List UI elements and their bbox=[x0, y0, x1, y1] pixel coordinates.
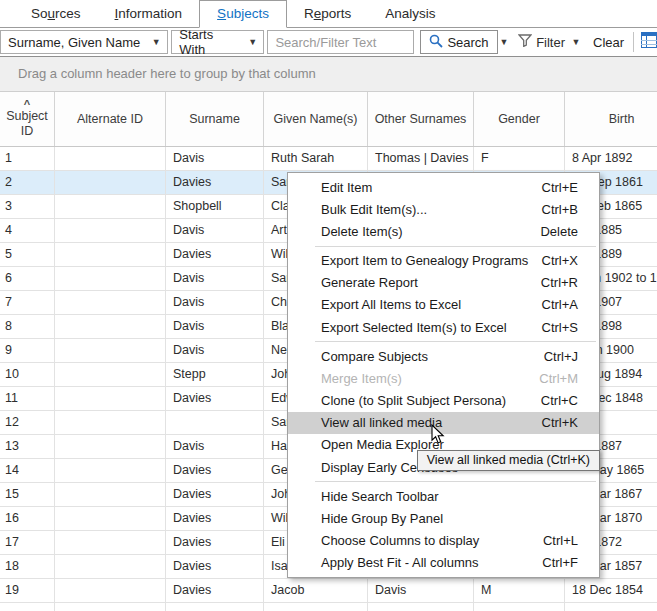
table-cell[interactable]: Davies bbox=[166, 555, 264, 578]
table-cell[interactable] bbox=[55, 195, 166, 218]
column-header-given-name-s-[interactable]: Given Name(s) bbox=[264, 92, 368, 146]
filter-button[interactable]: Filter ▼ bbox=[518, 34, 583, 50]
table-cell[interactable]: Davies bbox=[166, 243, 264, 266]
table-cell[interactable] bbox=[55, 387, 166, 410]
menu-item-hide-search-toolbar[interactable]: Hide Search Toolbar bbox=[288, 485, 599, 507]
table-cell[interactable] bbox=[55, 147, 166, 170]
table-cell[interactable]: 6 bbox=[0, 267, 55, 290]
table-cell[interactable]: Davies bbox=[166, 171, 264, 194]
table-cell[interactable]: Thomas | Davies bbox=[368, 147, 474, 170]
column-header-subject-id[interactable]: ^Subject ID bbox=[0, 92, 55, 146]
table-cell[interactable] bbox=[55, 339, 166, 362]
table-cell[interactable] bbox=[55, 603, 166, 611]
search-button[interactable]: Search bbox=[420, 30, 497, 54]
table-cell[interactable]: Davis bbox=[166, 339, 264, 362]
table-cell[interactable]: Davies bbox=[166, 507, 264, 530]
table-cell[interactable] bbox=[55, 435, 166, 458]
table-cell[interactable]: F bbox=[474, 147, 565, 170]
table-cell[interactable] bbox=[0, 603, 55, 611]
search-dropdown-arrow[interactable]: ▼ bbox=[498, 37, 511, 47]
table-cell[interactable] bbox=[368, 603, 474, 611]
tab-information[interactable]: Information bbox=[98, 1, 200, 27]
menu-item-apply-best-fit-all-columns[interactable]: Apply Best Fit - All columnsCtrl+F bbox=[288, 552, 599, 574]
menu-item-generate-report[interactable]: Generate ReportCtrl+R bbox=[288, 272, 599, 294]
table-cell[interactable] bbox=[55, 363, 166, 386]
table-cell[interactable]: 9 bbox=[0, 339, 55, 362]
table-cell[interactable]: 12 bbox=[0, 411, 55, 434]
table-cell[interactable]: Davies bbox=[166, 459, 264, 482]
table-cell[interactable]: M bbox=[474, 579, 565, 602]
tab-subjects[interactable]: Subjects bbox=[199, 0, 287, 28]
menu-item-delete-item-s[interactable]: Delete Item(s)Delete bbox=[288, 220, 599, 242]
table-cell[interactable] bbox=[55, 411, 166, 434]
menu-item-export-all-items-to-excel[interactable]: Export All Items to ExcelCtrl+A bbox=[288, 294, 599, 316]
table-cell[interactable]: 18 Dec 1854 bbox=[565, 579, 657, 602]
menu-item-export-item-to-genealogy-programs[interactable]: Export Item to Genealogy ProgramsCtrl+X bbox=[288, 250, 599, 272]
table-cell[interactable] bbox=[264, 603, 368, 611]
match-type-combobox[interactable]: Starts With ▼ bbox=[171, 30, 264, 54]
table-cell[interactable]: 10 bbox=[0, 363, 55, 386]
table-cell[interactable]: 7 bbox=[0, 291, 55, 314]
table-cell[interactable]: 5 bbox=[0, 243, 55, 266]
column-header-gender[interactable]: Gender bbox=[474, 92, 565, 146]
table-cell[interactable] bbox=[55, 315, 166, 338]
table-cell[interactable]: 13 bbox=[0, 435, 55, 458]
table-cell[interactable]: Shopbell bbox=[166, 195, 264, 218]
table-cell[interactable]: Davies bbox=[166, 483, 264, 506]
choose-columns-icon[interactable] bbox=[641, 32, 657, 52]
table-cell[interactable]: 15 bbox=[0, 483, 55, 506]
tab-analysis[interactable]: Analysis bbox=[368, 1, 452, 27]
table-cell[interactable]: 4 bbox=[0, 219, 55, 242]
table-row[interactable]: 1DavisRuth SarahThomas | DaviesF8 Apr 18… bbox=[0, 147, 657, 171]
table-cell[interactable]: Stepp bbox=[166, 363, 264, 386]
search-field-combobox[interactable]: Surname, Given Name ▼ bbox=[0, 30, 168, 54]
table-cell[interactable] bbox=[474, 603, 565, 611]
table-cell[interactable] bbox=[55, 243, 166, 266]
table-cell[interactable]: 8 bbox=[0, 315, 55, 338]
tab-sources[interactable]: Sources bbox=[14, 1, 98, 27]
column-header-birth[interactable]: Birth bbox=[565, 92, 657, 146]
table-cell[interactable]: Davis bbox=[166, 147, 264, 170]
table-cell[interactable] bbox=[55, 219, 166, 242]
table-cell[interactable] bbox=[166, 411, 264, 434]
table-cell[interactable]: Davies bbox=[166, 531, 264, 554]
table-cell[interactable]: Davies bbox=[166, 387, 264, 410]
menu-item-choose-columns-to-display[interactable]: Choose Columns to displayCtrl+L bbox=[288, 530, 599, 552]
table-cell[interactable]: 14 bbox=[0, 459, 55, 482]
table-cell[interactable]: Davis bbox=[166, 435, 264, 458]
table-cell[interactable]: 11 bbox=[0, 387, 55, 410]
table-cell[interactable] bbox=[55, 507, 166, 530]
table-row[interactable] bbox=[0, 603, 657, 611]
column-header-alternate-id[interactable]: Alternate ID bbox=[55, 92, 166, 146]
table-cell[interactable]: 17 bbox=[0, 531, 55, 554]
tab-reports[interactable]: Reports bbox=[287, 1, 368, 27]
table-cell[interactable] bbox=[55, 483, 166, 506]
table-cell[interactable]: Davis bbox=[166, 267, 264, 290]
table-cell[interactable]: Ruth Sarah bbox=[264, 147, 368, 170]
chevron-down-icon[interactable]: ▼ bbox=[242, 37, 264, 47]
table-cell[interactable]: Davis bbox=[166, 219, 264, 242]
column-header-surname[interactable]: Surname bbox=[166, 92, 264, 146]
table-cell[interactable] bbox=[55, 291, 166, 314]
table-cell[interactable] bbox=[55, 171, 166, 194]
table-cell[interactable]: Davis bbox=[368, 579, 474, 602]
table-cell[interactable]: 19 bbox=[0, 579, 55, 602]
filter-dropdown-arrow[interactable]: ▼ bbox=[569, 37, 583, 47]
menu-item-edit-item[interactable]: Edit ItemCtrl+E bbox=[288, 176, 599, 198]
search-input[interactable] bbox=[267, 30, 414, 54]
table-cell[interactable]: 1 bbox=[0, 147, 55, 170]
table-cell[interactable]: 16 bbox=[0, 507, 55, 530]
menu-item-hide-group-by-panel[interactable]: Hide Group By Panel bbox=[288, 507, 599, 529]
table-cell[interactable] bbox=[55, 579, 166, 602]
table-cell[interactable]: Davis bbox=[166, 315, 264, 338]
menu-item-compare-subjects[interactable]: Compare SubjectsCtrl+J bbox=[288, 345, 599, 367]
table-cell[interactable]: Jacob bbox=[264, 579, 368, 602]
menu-item-clone-to-split-subject-persona[interactable]: Clone (to Split Subject Persona)Ctrl+C bbox=[288, 390, 599, 412]
table-cell[interactable]: 18 bbox=[0, 555, 55, 578]
menu-item-export-selected-item-s-to-excel[interactable]: Export Selected Item(s) to ExcelCtrl+S bbox=[288, 316, 599, 338]
table-cell[interactable] bbox=[55, 531, 166, 554]
table-row[interactable]: 19DaviesJacobDavisM18 Dec 1854 bbox=[0, 579, 657, 603]
clear-button[interactable]: Clear bbox=[593, 35, 624, 50]
table-cell[interactable]: 2 bbox=[0, 171, 55, 194]
table-cell[interactable] bbox=[565, 603, 657, 611]
